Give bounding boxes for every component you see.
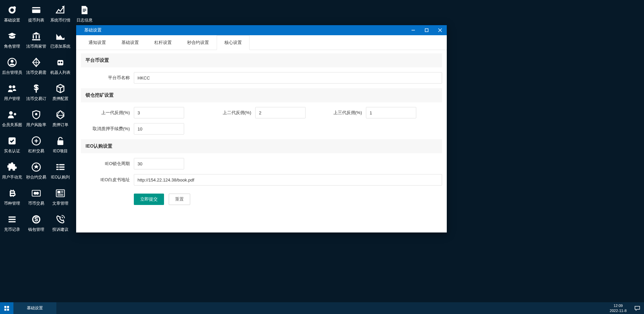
section-ieo: IEO认购设置	[81, 139, 442, 153]
desktop-icon-user-risk-rate[interactable]: 用户风险率	[24, 105, 48, 132]
desktop-icon-pledge-order[interactable]: 质押订单	[48, 105, 72, 132]
shield-icon	[31, 109, 42, 120]
doc-icon	[79, 5, 90, 15]
desktop-icon-robot-list[interactable]: 机器人列表	[48, 53, 72, 79]
cancel-pledge-fee-input[interactable]	[134, 123, 184, 135]
gen2-rebate-input[interactable]	[255, 107, 306, 118]
desktop-icon-added-system[interactable]: 已添加系统	[48, 27, 72, 53]
window-titlebar[interactable]: 基础设置	[76, 25, 447, 35]
desktop-icon-user-manual-topup[interactable]: 用户手动充	[0, 158, 24, 184]
desktop-icon-label: IEO项目	[53, 148, 68, 154]
news-icon	[55, 188, 66, 199]
gen1-rebate-label: 上一代反佣(%)	[81, 110, 134, 116]
desktop-icon-ieo-subscribe-list[interactable]: IEO认购列	[48, 158, 72, 184]
desktop-icon-label: 角色管理	[4, 44, 20, 49]
gen3-rebate-input[interactable]	[366, 107, 416, 118]
settings-window: 基础设置 通知设置基础设置杠杆设置秒合约设置核心设置 平台币设置 平台币名称 锁…	[76, 25, 447, 232]
desktop-icon-log-info[interactable]: 日志信息	[72, 1, 97, 27]
desktop-icon-label: 用户管理	[4, 96, 20, 102]
desktop-icon-label: 机器人列表	[50, 70, 70, 75]
desktop-icon-ieo-project[interactable]: IEO项目	[48, 132, 72, 158]
desktop-icon-label: 法币交易需	[26, 70, 46, 75]
desktop-icon-label: 杠杆交易	[28, 148, 44, 154]
desktop-icon-label: 币种管理	[4, 201, 20, 206]
ieo-lock-period-label: IEO锁仓周期	[81, 161, 134, 167]
cancel-pledge-fee-label: 取消质押手续费(%)	[81, 126, 134, 132]
submit-button[interactable]: 立即提交	[134, 194, 164, 205]
tab-0[interactable]: 通知设置	[81, 35, 114, 50]
desktop-icon-label: 法币商家管	[26, 44, 46, 49]
desktop-icon-label: IEO认购列	[51, 174, 70, 180]
taskbar-clock[interactable]: 12:09 2022-11-8	[606, 303, 631, 313]
desktop-icon-label: 质押订单	[52, 122, 68, 128]
tab-3[interactable]: 秒合约设置	[179, 35, 217, 50]
desktop-icon-coin-mgmt[interactable]: 币种管理	[0, 184, 24, 210]
form-content: 平台币设置 平台币名称 锁仓挖矿设置 上一代反佣(%) 上二代反佣(%) 上三代…	[76, 50, 447, 232]
minimize-button[interactable]	[407, 25, 420, 35]
gen3-rebate-label: 上三代反佣(%)	[306, 110, 366, 116]
clock-date: 2022-11-8	[610, 308, 627, 313]
desktop-icon-label: 文章管理	[52, 201, 68, 206]
desktop-icon-withdraw-list[interactable]: 提币列表	[24, 1, 48, 27]
desktop-icon-label: 钱包管理	[28, 227, 44, 232]
desktop-icon-label: 投诉建议	[52, 227, 68, 232]
desktop-icon-realname-auth[interactable]: 实名认证	[0, 132, 24, 158]
card-icon	[31, 5, 42, 15]
tab-4[interactable]: 核心设置	[217, 35, 250, 50]
close-button[interactable]	[433, 25, 447, 35]
desktop-icon-coin-coin-trade[interactable]: 币币交易	[24, 184, 48, 210]
gen2-rebate-label: 上二代反佣(%)	[195, 110, 255, 116]
svg-rect-38	[425, 29, 428, 32]
platform-coin-name-input[interactable]	[134, 72, 442, 84]
desktop-icon-second-contract-trade[interactable]: 秒合约交易	[24, 158, 48, 184]
reset-button[interactable]: 重置	[169, 194, 190, 205]
desktop-icon-complaint-suggest[interactable]: 投诉建议	[48, 210, 72, 236]
bank-icon	[31, 31, 42, 42]
desktop-icon-fiat-trade-order[interactable]: 法币交易订	[24, 79, 48, 105]
desktop-icon-deposit-record[interactable]: 充币记录	[0, 210, 24, 236]
gear-icon	[7, 5, 17, 15]
tab-2[interactable]: 杠杆设置	[147, 35, 179, 50]
desktop-icon-user-mgmt[interactable]: 用户管理	[0, 79, 24, 105]
taskbar: 基础设置 12:09 2022-11-8	[0, 302, 644, 314]
cube-icon	[55, 83, 66, 94]
svg-rect-41	[4, 309, 6, 311]
ieo-lock-period-input[interactable]	[134, 158, 184, 169]
gen1-rebate-input[interactable]	[134, 107, 184, 118]
desktop-icon-article-mgmt[interactable]: 文章管理	[48, 184, 72, 210]
users-icon	[7, 83, 17, 94]
desktop-icon-fiat-merchant-mgmt[interactable]: 法币商家管	[24, 27, 48, 53]
svg-rect-40	[7, 306, 9, 308]
chart-area-icon	[55, 31, 66, 42]
polygon-icon	[55, 109, 66, 120]
desktop-icon-label: 质押配置	[52, 96, 68, 102]
chart-line-icon	[55, 5, 66, 15]
desktop-icon-role-mgmt[interactable]: 角色管理	[0, 27, 24, 53]
desktop-icon-basic-settings[interactable]: 基础设置	[0, 1, 24, 27]
desktop-icon-label: 实名认证	[4, 148, 20, 154]
desktop-icon-backend-admin[interactable]: 后台管理员	[0, 53, 24, 79]
user-plus-icon	[7, 109, 17, 120]
desktop-icon-label: 提币列表	[28, 17, 44, 23]
list-icon	[55, 162, 66, 172]
desktop-icon-leverage-trade[interactable]: 杠杆交易	[24, 132, 48, 158]
section-lock-mining: 锁仓挖矿设置	[81, 88, 442, 102]
tab-1[interactable]: 基础设置	[114, 35, 147, 50]
desktop-icon-fiat-trade-demand[interactable]: 法币交易需	[24, 53, 48, 79]
taskbar-app-basic-settings[interactable]: 基础设置	[13, 302, 56, 314]
notifications-icon[interactable]	[631, 302, 644, 314]
graduation-icon	[7, 31, 17, 42]
desktop-icon-wallet-mgmt[interactable]: 钱包管理	[24, 210, 48, 236]
bitcoin-icon	[7, 188, 17, 199]
diamond-icon	[31, 57, 42, 68]
tabbar: 通知设置基础设置杠杆设置秒合约设置核心设置	[76, 35, 447, 50]
ieo-whitepaper-input[interactable]	[134, 174, 442, 186]
desktop-icon-label: 已添加系统	[50, 44, 70, 49]
desktop-icon-label: 基础设置	[4, 17, 20, 23]
desktop-icon-system-coin-market[interactable]: 系统币行情	[48, 1, 72, 27]
maximize-button[interactable]	[420, 25, 433, 35]
check-square-icon	[7, 136, 17, 146]
start-button[interactable]	[0, 302, 13, 314]
desktop-icon-pledge-config[interactable]: 质押配置	[48, 79, 72, 105]
desktop-icon-member-diagram[interactable]: 会员关系图	[0, 105, 24, 132]
